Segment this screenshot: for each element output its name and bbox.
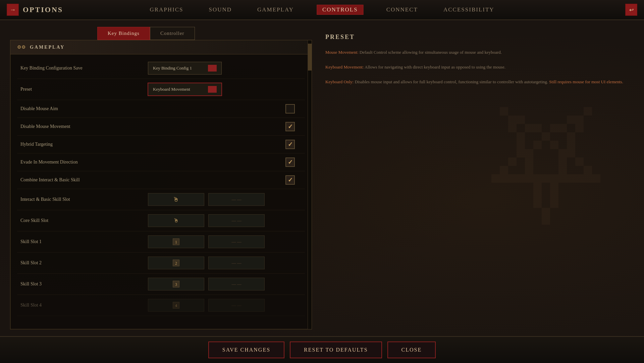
key-badge-skill2-primary: 2 [173, 260, 179, 266]
setting-row-hybrid-targeting: Hybrid Targeting [17, 136, 305, 153]
desc-mouse-movement: Default Control scheme allowing for simu… [360, 50, 502, 55]
control-disable-mouse-movement [148, 122, 302, 131]
term-keyboard-only: Keyboard Only: [325, 79, 354, 84]
preset-info-title: PRESET [325, 34, 627, 41]
control-combine-interact [148, 175, 302, 185]
setting-row-core-skill: Core Skill Slot 🖱 — — [17, 210, 305, 231]
key-badge-skill1-primary: 1 [173, 238, 179, 245]
key-slot-core-secondary[interactable]: — — [208, 214, 265, 227]
key-slot-skill1-primary[interactable]: 1 [148, 235, 204, 248]
label-disable-mouse-aim: Disable Mouse Aim [20, 106, 148, 111]
desc-keyboard-movement: Allows for navigating with direct keyboa… [365, 64, 505, 70]
key-icon-interact-primary: 🖱 [173, 196, 179, 203]
control-core-skill: 🖱 — — [148, 214, 265, 227]
scrollbar-thumb[interactable] [308, 44, 312, 71]
setting-row-combine-interact: Combine Interact & Basic Skill [17, 171, 305, 189]
setting-row-skill-1: Skill Slot 1 1 — — [17, 231, 305, 253]
key-slot-skill4-secondary[interactable]: — — [208, 299, 265, 312]
section-icon: ⚙⚙ [17, 44, 26, 50]
key-slot-interact-primary[interactable]: 🖱 [148, 193, 204, 206]
control-evade-direction [148, 157, 302, 167]
setting-row-skill-4: Skill Slot 4 4 — — [17, 295, 305, 316]
save-changes-button[interactable]: Save Changes [208, 342, 284, 358]
key-slot-skill1-secondary[interactable]: — — [208, 235, 265, 248]
main-content: Key Bindings Controller ⚙⚙ GAMEPLAY Key … [0, 20, 644, 336]
setting-row-disable-mouse-movement: Disable Mouse Movement [17, 118, 305, 136]
label-key-binding-config: Key Binding Configuration Save [20, 65, 148, 71]
control-interact-basic: 🖱 — — [148, 193, 265, 206]
reset-defaults-button[interactable]: Reset to Defaults [290, 342, 382, 358]
label-skill-4: Skill Slot 4 [20, 303, 148, 308]
key-text-skill3-secondary: — — [231, 281, 241, 287]
nav-left: → OPTIONS [7, 4, 63, 16]
nav-graphics[interactable]: GRAPHICS [147, 5, 186, 14]
key-text-core-secondary: — — [231, 218, 241, 223]
label-skill-2: Skill Slot 2 [20, 260, 148, 266]
checkbox-disable-mouse-aim[interactable] [285, 104, 295, 114]
control-skill-1: 1 — — [148, 235, 265, 248]
control-skill-4: 4 — — [148, 299, 265, 312]
dropdown-preset[interactable]: Keyboard Movement ▼ [148, 83, 222, 96]
scrollbar-track[interactable] [308, 40, 312, 329]
nav-sound[interactable]: SOUND [206, 5, 235, 14]
dropdown-arrow-icon: ▼ [208, 65, 217, 72]
checkbox-evade-direction[interactable] [285, 157, 295, 167]
key-slot-core-primary[interactable]: 🖱 [148, 214, 204, 227]
key-text-interact-secondary: — — [231, 197, 241, 202]
key-slot-skill3-primary[interactable]: 3 [148, 278, 204, 290]
key-text-skill2-secondary: — — [231, 260, 241, 266]
key-slot-skill2-secondary[interactable]: — — [208, 257, 265, 269]
right-panel: PRESET Mouse Movement: Default Control s… [319, 27, 634, 329]
checkbox-hybrid-targeting[interactable] [285, 140, 295, 149]
setting-row-skill-2: Skill Slot 2 2 — — [17, 253, 305, 274]
section-title: GAMEPLAY [30, 45, 65, 50]
left-panel: Key Bindings Controller ⚙⚙ GAMEPLAY Key … [10, 27, 312, 329]
setting-row-key-binding-config: Key Binding Configuration Save Key Bindi… [17, 58, 305, 79]
checkbox-disable-mouse-movement[interactable] [285, 122, 295, 131]
key-text-skill4-secondary: — — [231, 303, 241, 308]
label-skill-3: Skill Slot 3 [20, 281, 148, 287]
label-disable-mouse-movement: Disable Mouse Movement [20, 124, 148, 129]
back-button[interactable]: → [7, 4, 19, 16]
control-skill-3: 3 — — [148, 278, 265, 290]
setting-row-preset: Preset Keyboard Movement ▼ [17, 79, 305, 100]
label-preset: Preset [20, 87, 148, 92]
nav-gameplay[interactable]: GAMEPLAY [255, 5, 297, 14]
bottom-bar: Save Changes Reset to Defaults Close [0, 336, 644, 363]
settings-body: Key Binding Configuration Save Key Bindi… [10, 54, 312, 319]
setting-row-disable-mouse-aim: Disable Mouse Aim [17, 100, 305, 118]
nav-connect[interactable]: CONNECT [384, 5, 421, 14]
decorative-watermark: ⛧ [483, 54, 617, 289]
control-disable-mouse-aim [148, 104, 302, 114]
checkbox-combine-interact[interactable] [285, 175, 295, 185]
desc-keyboard-only: Disables mouse input and allows for full… [355, 79, 549, 84]
top-nav: → OPTIONS GRAPHICS SOUND GAMEPLAY CONTRO… [0, 0, 644, 20]
setting-row-skill-3: Skill Slot 3 3 — — [17, 274, 305, 295]
nav-center: GRAPHICS SOUND GAMEPLAY CONTROLS CONNECT… [147, 5, 497, 15]
control-preset: Keyboard Movement ▼ [148, 83, 222, 96]
settings-panel: ⚙⚙ GAMEPLAY Key Binding Configuration Sa… [10, 40, 312, 329]
section-header: ⚙⚙ GAMEPLAY [10, 40, 312, 54]
nav-right: ↩ [625, 4, 637, 16]
window-close-button[interactable]: ↩ [625, 4, 637, 16]
preset-info-text: Mouse Movement: Default Control scheme a… [325, 49, 627, 86]
options-title: OPTIONS [23, 5, 63, 14]
label-core-skill: Core Skill Slot [20, 218, 148, 223]
close-button[interactable]: Close [387, 342, 436, 358]
key-slot-skill4-primary[interactable]: 4 [148, 299, 204, 312]
key-slot-interact-secondary[interactable]: — — [208, 193, 265, 206]
key-text-skill1-secondary: — — [231, 239, 241, 244]
tab-controller[interactable]: Controller [150, 27, 195, 40]
label-combine-interact: Combine Interact & Basic Skill [20, 177, 148, 183]
label-interact-basic: Interact & Basic Skill Slot [20, 197, 148, 202]
key-slot-skill2-primary[interactable]: 2 [148, 257, 204, 269]
tab-key-bindings[interactable]: Key Bindings [97, 27, 150, 40]
nav-controls[interactable]: CONTROLS [317, 5, 364, 15]
dropdown-key-binding-config[interactable]: Key Binding Config 1 ▼ [148, 62, 222, 75]
key-slot-skill3-secondary[interactable]: — — [208, 278, 265, 290]
link-requires-mouse: Still requires mouse for most UI element… [549, 79, 623, 84]
nav-accessibility[interactable]: ACCESSIBILITY [441, 5, 497, 14]
term-keyboard-movement: Keyboard Movement: [325, 64, 364, 70]
label-skill-1: Skill Slot 1 [20, 239, 148, 244]
panel-inner: ⚙⚙ GAMEPLAY Key Binding Configuration Sa… [10, 40, 312, 329]
